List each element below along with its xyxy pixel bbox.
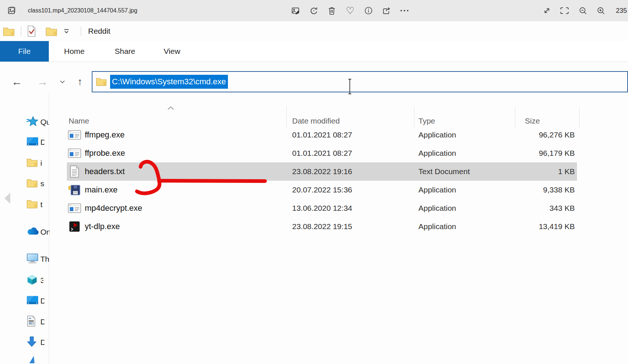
sidebar-item-desktop[interactable]: D <box>22 293 48 309</box>
delete-button[interactable] <box>323 0 340 21</box>
customize-qat-button[interactable] <box>63 23 70 39</box>
sidebar-item-folder[interactable]: t <box>22 196 48 213</box>
sidebar-item-downloads[interactable]: D <box>22 334 48 350</box>
address-path-selected-text[interactable]: C:\Windows\System32\cmd.exe <box>110 75 228 89</box>
sort-ascending-icon <box>167 105 174 111</box>
up-button[interactable]: ↑ <box>73 71 87 92</box>
sidebar-item-this-pc[interactable]: Th <box>22 251 48 267</box>
window-title: Reddit <box>88 23 110 39</box>
folder-icon <box>26 178 38 189</box>
file-type: Text Document <box>418 162 470 181</box>
sidebar-label: Th <box>40 255 51 264</box>
ytdlp-icon <box>67 220 82 233</box>
sidebar-item-onedrive[interactable]: On <box>22 224 48 240</box>
cube-icon <box>26 274 38 287</box>
explorer-app-folder-icon <box>3 23 15 39</box>
file-name: ffmpeg.exe <box>85 126 124 144</box>
zoom-in-button[interactable] <box>592 0 609 21</box>
sidebar-label: D <box>40 138 44 147</box>
qat-separator <box>21 26 21 36</box>
python-exe-icon <box>67 183 82 196</box>
column-separator[interactable] <box>414 106 414 128</box>
sidebar-label: D <box>40 338 44 347</box>
column-separator[interactable] <box>515 106 515 128</box>
file-type: Application <box>418 217 456 236</box>
file-size: 13,419 KB <box>507 217 575 236</box>
sidebar-label: s <box>40 179 48 188</box>
file-type: Application <box>418 199 456 217</box>
sidebar-label: t <box>40 200 48 209</box>
zoom-level-value: 235 <box>616 0 627 21</box>
tab-share[interactable]: Share <box>106 41 144 62</box>
desktop-icon <box>26 137 39 148</box>
previous-image-button[interactable] <box>4 193 10 204</box>
column-separator[interactable] <box>286 106 287 128</box>
sidebar-label: Qu <box>40 118 49 126</box>
address-bar[interactable]: C:\Windows\System32\cmd.exe <box>92 71 628 92</box>
file-row-main[interactable]: main.exe 20.07.2022 15:36 Application 9,… <box>0 181 628 199</box>
zoom-out-button[interactable] <box>574 0 591 21</box>
forward-button[interactable]: → <box>35 71 50 92</box>
file-size: 96,276 KB <box>507 126 575 144</box>
share-button[interactable] <box>378 0 395 21</box>
qat-separator <box>81 26 81 36</box>
sidebar-item-quick-access[interactable]: Qu <box>22 114 48 130</box>
download-arrow-icon <box>26 336 37 349</box>
file-name: yt-dlp.exe <box>85 217 120 236</box>
desktop-icon <box>26 295 39 306</box>
new-folder-button[interactable] <box>46 23 57 39</box>
file-date: 01.01.2021 08:27 <box>292 126 352 144</box>
photo-file-icon <box>3 0 20 21</box>
properties-button[interactable] <box>26 23 37 39</box>
edit-image-button[interactable] <box>287 0 304 21</box>
file-row-ffmpeg[interactable]: ffmpeg.exe 01.01.2021 08:27 Application … <box>0 126 628 144</box>
fit-to-window-button[interactable] <box>556 0 573 21</box>
back-button[interactable]: ← <box>10 71 24 92</box>
favorite-button[interactable]: ♡ <box>342 0 359 21</box>
application-icon <box>67 128 82 141</box>
file-row-ffprobe[interactable]: ffprobe.exe 01.01.2021 08:27 Application… <box>0 144 628 162</box>
folder-icon <box>26 158 38 169</box>
application-icon <box>67 202 82 215</box>
sidebar-item-3d-objects[interactable]: 3 <box>22 272 48 288</box>
file-date: 20.07.2022 15:36 <box>292 181 352 199</box>
photos-toolbar: class101.mp4_20230108_144704.557.jpg ♡ <box>0 0 628 21</box>
this-pc-monitor-icon <box>26 253 39 265</box>
tab-view[interactable]: View <box>153 41 191 62</box>
file-type: Application <box>418 126 456 144</box>
sidebar-item-desktop-pinned[interactable]: D <box>22 134 48 150</box>
info-button[interactable] <box>360 0 377 21</box>
sidebar-label: D <box>40 297 44 305</box>
column-separator[interactable] <box>579 106 580 128</box>
file-name: mp4decrypt.exe <box>85 199 142 217</box>
file-date: 23.08.2022 19:15 <box>292 217 352 236</box>
music-note-icon <box>26 355 36 364</box>
file-date: 13.06.2020 12:34 <box>292 199 352 217</box>
file-size: 1 KB <box>507 162 575 181</box>
ribbon-tabs: File Home Share View <box>0 41 628 62</box>
file-row-headers-selected[interactable]: headers.txt 23.08.2022 19:16 Text Docume… <box>0 162 628 181</box>
file-size: 9,338 KB <box>507 181 575 199</box>
file-size: 343 KB <box>507 199 575 217</box>
folder-icon <box>26 199 38 210</box>
sidebar-item-documents[interactable]: D <box>22 314 48 330</box>
sidebar-item-folder[interactable]: i <box>22 155 48 171</box>
file-row-mp4decrypt[interactable]: mp4decrypt.exe 13.06.2020 12:34 Applicat… <box>0 199 628 217</box>
file-size: 96,179 KB <box>507 144 575 162</box>
sidebar-item-folder[interactable]: s <box>22 176 48 192</box>
sidebar-item-music-partial[interactable] <box>22 356 48 364</box>
file-date: 01.01.2021 08:27 <box>292 144 352 162</box>
address-folder-icon <box>96 77 107 88</box>
application-icon <box>67 147 82 160</box>
tab-file[interactable]: File <box>0 41 49 62</box>
sidebar-label: i <box>40 159 48 168</box>
file-name: main.exe <box>85 181 117 199</box>
heart-icon: ♡ <box>346 6 354 15</box>
more-button[interactable] <box>396 0 413 21</box>
recent-locations-chevron[interactable] <box>57 71 68 92</box>
expand-button[interactable] <box>538 0 555 21</box>
file-row-ytdlp[interactable]: yt-dlp.exe 23.08.2022 19:15 Application … <box>0 217 628 236</box>
rotate-button[interactable] <box>305 0 322 21</box>
file-explorer-window: Reddit File Home Share View ← → ↑ C:\Win… <box>0 21 628 364</box>
tab-home[interactable]: Home <box>55 41 94 62</box>
